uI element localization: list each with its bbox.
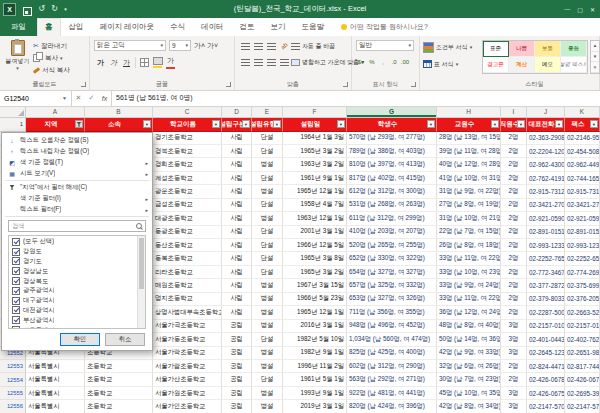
cell-fax[interactable]: 02-375-6996 xyxy=(565,279,600,292)
cell-name[interactable]: 서울가락초등학교 xyxy=(153,347,222,360)
cell-staff[interactable]: 3명 xyxy=(501,320,527,333)
filter-list-item-0[interactable]: (모두 선택) xyxy=(9,237,145,247)
filter-button-E[interactable]: ▾ xyxy=(273,120,281,128)
cell-type[interactable]: 단설 xyxy=(252,373,283,386)
filter-button-H[interactable]: ▾ xyxy=(491,120,499,128)
row-number[interactable]: 1 xyxy=(0,118,26,132)
align-right-button[interactable] xyxy=(265,56,278,68)
gallery-up-icon[interactable]: ▲ xyxy=(591,41,599,52)
cell-date[interactable]: 1966년 5월 23일 xyxy=(283,293,347,306)
cell-phone[interactable]: 02-921-0590 xyxy=(527,212,565,225)
filter-list-item-1[interactable]: 강원도 xyxy=(9,247,145,257)
cell-level[interactable]: 초등학교 xyxy=(85,360,153,373)
ribbon-tab-5[interactable]: 데이터 xyxy=(193,18,232,36)
filter-menu-item-4[interactable]: "지역"에서 필터 해제(C) xyxy=(2,182,152,193)
formula-value[interactable]: 561명 (남 561명, 여 0명) xyxy=(112,90,600,106)
checkbox-icon[interactable] xyxy=(12,248,20,256)
cell-level[interactable]: 초등학교 xyxy=(85,387,153,400)
percent-format-button[interactable]: % xyxy=(367,56,377,67)
select-all-corner[interactable] xyxy=(0,106,26,117)
cell-type[interactable]: 병설 xyxy=(252,347,283,360)
cell-style-good[interactable]: 좋음 xyxy=(561,41,587,57)
cell-phone[interactable]: 02-2157-0100 xyxy=(527,320,565,333)
cell-fax[interactable]: 02-2651-9881 xyxy=(565,347,600,360)
filter-menu-item-3[interactable]: ▦시트 보기(V)▸ xyxy=(2,168,152,179)
name-box[interactable]: G12540 ▼ xyxy=(0,90,72,106)
cancel-entry-icon[interactable]: ✕ xyxy=(72,90,85,106)
cell-students[interactable]: 948명 (남 496명, 여 452명) xyxy=(347,320,437,333)
filter-list-item-9[interactable]: 서울특별시 xyxy=(9,325,145,329)
cell-name[interactable]: 계성초등학교 xyxy=(153,172,222,185)
cell-phone[interactable]: 02-363-2908 xyxy=(527,132,565,145)
cell-date[interactable]: 1965년 3월 2일 xyxy=(283,266,347,279)
cell-teachers[interactable]: 33명 (남 10명, 여 23명) xyxy=(437,266,501,279)
cell-teachers[interactable]: 45명 (남 10명, 여 35명) xyxy=(437,387,501,400)
column-header-I[interactable]: I xyxy=(501,106,527,117)
cell-date[interactable]: 1964년 1월 3일 xyxy=(283,132,347,145)
cell-type[interactable]: 병설 xyxy=(252,293,283,306)
cell-found[interactable]: 사립 xyxy=(222,132,252,145)
cell-date[interactable]: 1961년 5월 1일 xyxy=(283,373,347,386)
cell-name[interactable]: 서울가인초등학교 xyxy=(153,400,222,413)
align-center-button[interactable] xyxy=(252,56,265,68)
filter-button-D[interactable]: ▾ xyxy=(242,120,250,128)
column-header-H[interactable]: H xyxy=(437,106,501,117)
cell-students[interactable]: 531명 (남 268명, 여 263명) xyxy=(347,199,437,212)
ribbon-tab-2[interactable]: 삽입 xyxy=(61,18,92,36)
qat-customize-icon[interactable]: ▾ xyxy=(61,0,70,18)
cell-found[interactable]: 사립 xyxy=(222,239,252,252)
cell-teachers[interactable]: 42명 (남 9명, 여 33명) xyxy=(437,347,501,360)
filter-list-item-4[interactable]: 경상북도 xyxy=(9,276,145,286)
cell-name[interactable]: 동광초등학교 xyxy=(153,226,222,239)
font-color-button[interactable]: 가 xyxy=(164,56,177,69)
ribbon-tab-4[interactable]: 수식 xyxy=(162,18,193,36)
cell-students[interactable]: 520명 (남 265명, 여 255명) xyxy=(347,239,437,252)
cell-fax[interactable]: 02-2146-9581 xyxy=(565,132,600,145)
cell-name[interactable]: 동북초등학교 xyxy=(153,252,222,265)
column-header-K[interactable]: K xyxy=(565,106,600,117)
cell-style-warn[interactable]: 경고문 xyxy=(483,57,509,73)
orientation-button[interactable]: ab xyxy=(278,40,291,52)
cell-date[interactable]: 1982년 9월 1일 xyxy=(283,347,347,360)
header-cell-G[interactable]: 학생수▾ xyxy=(347,118,437,132)
filter-button-I[interactable]: ▾ xyxy=(517,120,525,128)
cell-found[interactable]: 공립 xyxy=(222,320,252,333)
cell-type[interactable]: 단설 xyxy=(252,266,283,279)
cell-fax[interactable]: 02-891-0153 xyxy=(565,226,600,239)
align-middle-button[interactable] xyxy=(252,40,265,52)
cell-teachers[interactable]: 33명 (남 9명, 여 24명) xyxy=(437,279,501,292)
cell-type[interactable]: 병설 xyxy=(252,387,283,400)
cell-students[interactable]: 654명 (남 327명, 여 327명) xyxy=(347,266,437,279)
cell-students[interactable]: 657명 (남 325명, 여 332명) xyxy=(347,279,437,292)
cell-staff[interactable]: 3명 xyxy=(501,387,527,400)
cell-phone[interactable]: 02-993-1233 xyxy=(527,239,565,252)
tab-file[interactable]: 파일 xyxy=(0,18,37,36)
cell-staff[interactable]: 2명 xyxy=(501,212,527,225)
cell-phone[interactable]: 02-962-4300 xyxy=(527,158,565,171)
cell-date[interactable]: 1967년 3월 15일 xyxy=(283,279,347,292)
cancel-button[interactable]: 취소 xyxy=(105,333,145,346)
cell-name[interactable]: 경복초등학교 xyxy=(153,145,222,158)
cell-staff[interactable]: 2명 xyxy=(501,293,527,306)
cell-fax[interactable]: 02-774-2690 xyxy=(565,266,600,279)
filter-menu-item-5[interactable]: 색 기준 필터(I)▸ xyxy=(2,193,152,204)
cell-phone[interactable]: 02-762-4191 xyxy=(527,172,565,185)
align-left-button[interactable] xyxy=(239,56,252,68)
cell-type[interactable]: 병설 xyxy=(252,320,283,333)
filter-list-item-3[interactable]: 경상남도 xyxy=(9,266,145,276)
header-cell-D[interactable]: 설립구분▾ xyxy=(222,118,252,132)
increase-decimal-button[interactable]: .0 xyxy=(389,56,399,67)
cell-phone[interactable]: 02-2147-5700 xyxy=(527,400,565,413)
wrap-text-button[interactable]: 자동 줄 바꿈 xyxy=(291,42,335,51)
indent-button[interactable] xyxy=(278,56,291,68)
cell-fax[interactable]: 02-744-1656 xyxy=(565,172,600,185)
cell-name[interactable]: 서울가곡초등학교 xyxy=(153,320,222,333)
scrollbar-thumb[interactable] xyxy=(139,238,144,289)
cell-phone[interactable]: 02-891-0151 xyxy=(527,226,565,239)
cell-students[interactable]: 653명 (남 327명, 여 326명) xyxy=(347,293,437,306)
cell-teachers[interactable]: 27명 (남 8명, 여 19명) xyxy=(437,199,501,212)
cell-fax[interactable]: 02-915-7315 xyxy=(565,185,600,198)
redo-icon[interactable]: ↻ xyxy=(48,0,61,18)
cell-students[interactable]: 825명 (남 425명, 여 400명) xyxy=(347,347,437,360)
align-top-button[interactable] xyxy=(239,40,252,52)
